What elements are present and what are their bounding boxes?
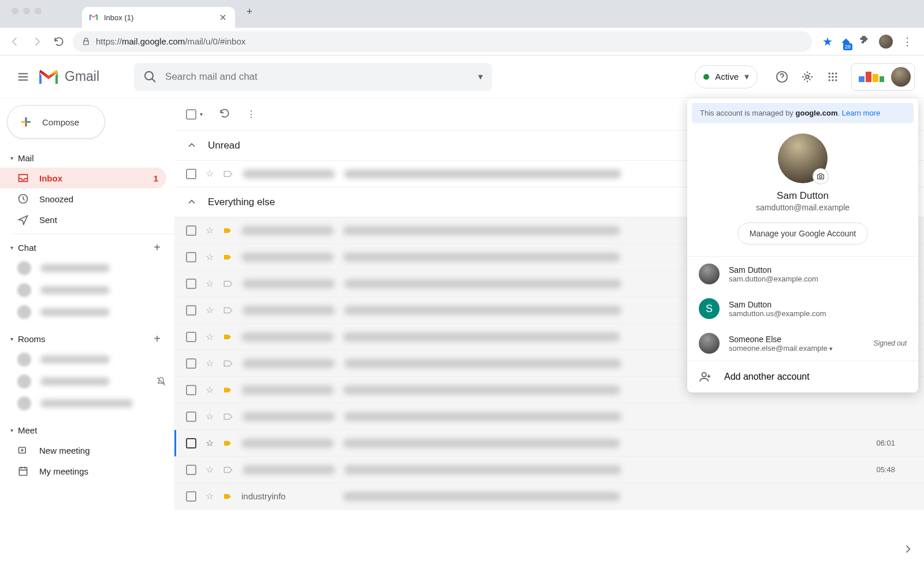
support-button[interactable] bbox=[769, 64, 795, 90]
close-window-icon[interactable] bbox=[12, 8, 18, 14]
star-icon[interactable]: ☆ bbox=[206, 168, 214, 179]
room-item[interactable] bbox=[0, 392, 174, 414]
label-icon[interactable] bbox=[223, 305, 233, 316]
settings-button[interactable] bbox=[795, 64, 820, 90]
account-row[interactable]: Sam Duttonsam.dutton@example.com bbox=[687, 257, 918, 291]
label-icon[interactable] bbox=[223, 465, 233, 475]
chrome-profile-avatar[interactable] bbox=[879, 35, 893, 49]
url-input[interactable]: https://mail.google.com/mail/u/0/#inbox bbox=[73, 31, 812, 52]
important-icon[interactable] bbox=[223, 439, 232, 448]
star-icon[interactable]: ☆ bbox=[206, 491, 214, 502]
star-icon[interactable]: ☆ bbox=[206, 251, 214, 262]
maximize-window-icon[interactable] bbox=[35, 8, 42, 14]
select-all-checkbox[interactable]: ▾ bbox=[186, 109, 203, 120]
row-checkbox[interactable] bbox=[186, 332, 196, 342]
search-input[interactable] bbox=[165, 71, 470, 83]
star-icon[interactable]: ☆ bbox=[206, 358, 214, 369]
star-icon[interactable]: ☆ bbox=[206, 278, 214, 289]
account-email: samdutton@mail.example bbox=[687, 203, 918, 212]
row-checkbox[interactable] bbox=[186, 411, 196, 422]
more-actions-button[interactable]: ⋮ bbox=[247, 109, 256, 120]
row-checkbox[interactable] bbox=[186, 385, 196, 395]
chat-contact[interactable] bbox=[0, 257, 174, 279]
chrome-menu-icon[interactable]: ⋮ bbox=[902, 35, 912, 48]
label-icon[interactable] bbox=[223, 279, 233, 289]
mail-row[interactable]: ☆ bbox=[174, 403, 924, 430]
important-icon[interactable] bbox=[223, 332, 232, 342]
row-checkbox[interactable] bbox=[186, 491, 196, 502]
forward-button[interactable] bbox=[29, 34, 45, 50]
room-item[interactable] bbox=[0, 370, 174, 392]
chat-section-header[interactable]: ▾ Chat + bbox=[0, 238, 174, 257]
row-checkbox[interactable] bbox=[186, 305, 196, 316]
important-icon[interactable] bbox=[223, 385, 232, 395]
chat-contact[interactable] bbox=[0, 279, 174, 301]
back-button[interactable] bbox=[7, 34, 23, 50]
star-icon[interactable]: ☆ bbox=[206, 384, 214, 395]
account-row[interactable]: Someone Elsesomeone.else@mail.example ▾S… bbox=[687, 326, 918, 361]
reload-button[interactable] bbox=[51, 34, 67, 50]
extension-badge[interactable]: ◆ 28 bbox=[842, 35, 850, 48]
status-chip[interactable]: Active ▾ bbox=[695, 65, 758, 88]
label-icon[interactable] bbox=[223, 358, 233, 369]
apps-button[interactable] bbox=[820, 64, 845, 90]
mail-row[interactable]: ☆05:48 bbox=[174, 457, 924, 483]
important-icon[interactable] bbox=[223, 492, 232, 501]
star-icon[interactable]: ☆ bbox=[206, 411, 214, 422]
row-checkbox[interactable] bbox=[186, 279, 196, 289]
star-icon[interactable]: ☆ bbox=[206, 305, 214, 316]
add-room-button[interactable]: + bbox=[150, 332, 164, 346]
show-side-panel-button[interactable] bbox=[897, 539, 918, 559]
star-icon[interactable]: ☆ bbox=[206, 331, 214, 342]
add-chat-button[interactable]: + bbox=[150, 240, 164, 254]
meet-section-header[interactable]: ▾ Meet bbox=[0, 420, 174, 440]
profile-avatar[interactable] bbox=[778, 134, 828, 183]
row-checkbox[interactable] bbox=[186, 252, 196, 262]
sidebar-item-new-meeting[interactable]: New meeting bbox=[0, 440, 166, 461]
star-icon[interactable]: ☆ bbox=[206, 437, 214, 448]
sidebar-item-sent[interactable]: Sent bbox=[0, 209, 166, 230]
account-row[interactable]: SSam Duttonsamdutton.us@example.com bbox=[687, 291, 918, 326]
close-tab-icon[interactable] bbox=[218, 12, 228, 23]
row-checkbox[interactable] bbox=[186, 358, 196, 369]
chat-contact[interactable] bbox=[0, 301, 174, 323]
label-icon[interactable] bbox=[223, 411, 233, 422]
label-icon[interactable] bbox=[223, 169, 233, 179]
row-checkbox[interactable] bbox=[186, 465, 196, 475]
search-options-icon[interactable]: ▾ bbox=[478, 71, 483, 82]
bookmark-star-icon[interactable]: ★ bbox=[822, 35, 833, 49]
rooms-section-header[interactable]: ▾ Rooms + bbox=[0, 329, 174, 348]
minimize-window-icon[interactable] bbox=[23, 8, 30, 14]
search-bar[interactable]: ▾ bbox=[134, 63, 492, 91]
star-icon[interactable]: ☆ bbox=[206, 225, 214, 236]
sidebar-item-my-meetings[interactable]: My meetings bbox=[0, 461, 166, 481]
room-item[interactable] bbox=[0, 348, 174, 370]
refresh-button[interactable] bbox=[219, 107, 230, 121]
browser-tab[interactable]: Inbox (1) bbox=[82, 7, 235, 28]
extensions-icon[interactable] bbox=[859, 35, 870, 48]
important-icon[interactable] bbox=[223, 226, 232, 235]
sidebar-item-inbox[interactable]: Inbox 1 bbox=[0, 168, 166, 188]
learn-more-link[interactable]: Learn more bbox=[842, 109, 880, 117]
sidebar-item-snoozed[interactable]: Snoozed bbox=[0, 188, 166, 209]
window-controls[interactable] bbox=[12, 8, 42, 20]
chevron-down-icon: ▾ bbox=[744, 71, 749, 82]
mail-section-header[interactable]: ▾ Mail bbox=[0, 148, 174, 168]
important-icon[interactable] bbox=[223, 253, 232, 262]
compose-button[interactable]: Compose bbox=[7, 105, 105, 139]
change-photo-button[interactable] bbox=[813, 168, 829, 184]
row-checkbox[interactable] bbox=[186, 225, 196, 236]
add-account-button[interactable]: Add another account bbox=[687, 361, 918, 392]
new-tab-button[interactable]: + bbox=[244, 9, 255, 19]
gmail-logo[interactable]: Gmail bbox=[37, 68, 99, 86]
manage-account-button[interactable]: Manage your Google Account bbox=[737, 223, 868, 244]
main-menu-button[interactable] bbox=[9, 63, 37, 91]
mail-row[interactable]: ☆industryinfo bbox=[174, 483, 924, 510]
account-avatar[interactable] bbox=[891, 67, 911, 87]
browser-toolbar-right: ★ ◆ 28 ⋮ bbox=[818, 35, 917, 49]
row-checkbox[interactable] bbox=[186, 438, 196, 448]
row-checkbox[interactable] bbox=[186, 169, 196, 179]
star-icon[interactable]: ☆ bbox=[206, 464, 214, 475]
mail-row[interactable]: ☆06:01 bbox=[174, 430, 924, 457]
account-switcher[interactable] bbox=[851, 63, 915, 91]
